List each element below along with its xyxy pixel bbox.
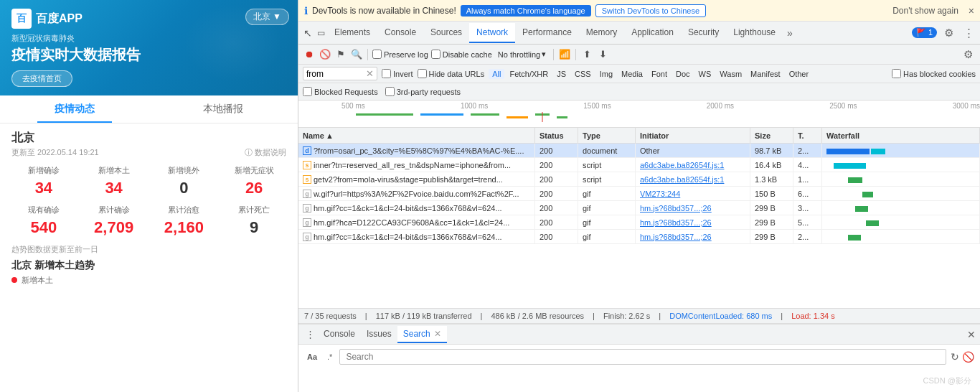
- tab-epidemic-dynamics[interactable]: 疫情动态: [0, 95, 149, 123]
- type-btn-css[interactable]: CSS: [571, 69, 595, 79]
- table-row[interactable]: g w.gif?url=https%3A%2F%2Fvoice.baidu.co…: [298, 187, 980, 201]
- notification-close-button[interactable]: ×: [969, 5, 974, 17]
- initiator-link[interactable]: a6dc3abe.ba82654f.js:1: [640, 175, 724, 184]
- preserve-log-label[interactable]: Preserve log: [372, 50, 428, 59]
- col-time[interactable]: T.: [793, 128, 822, 143]
- type-btn-media[interactable]: Media: [618, 69, 646, 79]
- blocked-requests-checkbox[interactable]: [303, 87, 312, 96]
- settings-icon[interactable]: ⚙: [941, 25, 956, 41]
- hide-data-urls-checkbox[interactable]: [418, 69, 427, 78]
- stop-button[interactable]: 🚫: [319, 48, 331, 61]
- search-button[interactable]: 🔍: [350, 48, 363, 61]
- tab-elements[interactable]: Elements: [327, 23, 377, 43]
- tab-performance[interactable]: Performance: [515, 23, 579, 43]
- table-row[interactable]: s getv2?from=mola-virus&stage=publish&ta…: [298, 172, 980, 187]
- waterfall-bar: [848, 177, 862, 183]
- more-options-icon[interactable]: ⋮: [961, 25, 977, 41]
- tab-sources[interactable]: Sources: [423, 23, 469, 43]
- type-btn-other[interactable]: Other: [786, 69, 813, 79]
- content-area: 北京 更新至 2022.05.14 19:21 ⓘ 数据说明 新增确诊 34 新…: [0, 123, 298, 392]
- third-party-label[interactable]: 3rd-party requests: [385, 87, 461, 96]
- more-tabs-button[interactable]: »: [783, 27, 797, 39]
- tab-security[interactable]: Security: [681, 23, 726, 43]
- type-btn-ws[interactable]: WS: [695, 69, 715, 79]
- data-explain[interactable]: ⓘ 数据说明: [245, 147, 286, 158]
- record-button[interactable]: ⏺: [303, 48, 316, 61]
- tab-network[interactable]: Network: [469, 23, 515, 43]
- table-row[interactable]: g hm.gif?cc=1&ck=1&cl=24-bit&ds=1366x768…: [298, 230, 980, 244]
- tab-issues-bottom[interactable]: Issues: [361, 326, 397, 343]
- cursor-icon[interactable]: ↖: [301, 27, 314, 39]
- initiator-link[interactable]: hm.js?68bd357...;26: [640, 218, 712, 227]
- dont-show-button[interactable]: Don't show again: [892, 6, 958, 16]
- third-party-checkbox[interactable]: [385, 87, 395, 96]
- col-initiator[interactable]: Initiator: [636, 128, 750, 143]
- col-size[interactable]: Size: [750, 128, 793, 143]
- tab-memory[interactable]: Memory: [579, 23, 624, 43]
- match-language-button[interactable]: Always match Chrome's language: [461, 5, 591, 17]
- invert-label[interactable]: Invert: [382, 69, 413, 78]
- info-icon: ℹ: [304, 5, 308, 17]
- type-btn-js[interactable]: JS: [553, 69, 570, 79]
- preserve-log-checkbox[interactable]: [372, 50, 382, 59]
- upload-icon[interactable]: ⬆: [580, 48, 593, 61]
- type-btn-doc[interactable]: Doc: [672, 69, 694, 79]
- refresh-search-button[interactable]: ↻: [951, 351, 959, 363]
- type-btn-wasm[interactable]: Wasm: [716, 69, 745, 79]
- clear-button[interactable]: ⚑: [334, 48, 347, 61]
- invert-checkbox[interactable]: [382, 69, 391, 78]
- has-blocked-checkbox[interactable]: [892, 69, 901, 78]
- row-time: 2...: [793, 230, 822, 243]
- tab-local-broadcast[interactable]: 本地播报: [149, 95, 298, 123]
- search-input[interactable]: [339, 349, 946, 365]
- switch-devtools-button[interactable]: Switch DevTools to Chinese: [595, 4, 706, 17]
- tab-search-bottom[interactable]: Search ✕: [397, 326, 447, 343]
- type-btn-all[interactable]: All: [489, 69, 504, 79]
- bottom-more-icon[interactable]: ⋮: [303, 327, 318, 341]
- blocked-requests-label[interactable]: Blocked Requests: [303, 87, 378, 96]
- legend-label-local: 新增本土: [22, 276, 53, 284]
- close-all-bottom-button[interactable]: ✕: [967, 329, 976, 340]
- initiator-link[interactable]: hm.js?68bd357...;26: [640, 204, 712, 213]
- col-waterfall[interactable]: Waterfall: [822, 128, 980, 143]
- tab-console-bottom[interactable]: Console: [318, 326, 361, 343]
- settings-gear-icon[interactable]: ⚙: [961, 47, 976, 62]
- initiator-link[interactable]: hm.js?68bd357...;26: [640, 233, 712, 241]
- waterfall-bar-2: [871, 149, 885, 154]
- separator: |: [481, 312, 483, 320]
- device-icon[interactable]: ▭: [314, 27, 327, 39]
- has-blocked-label[interactable]: Has blocked cookies: [892, 69, 976, 78]
- table-row[interactable]: g hm.gif?hca=D122CCA93CF9608A&cc=1&ck=1&…: [298, 215, 980, 230]
- row-type: gif: [578, 230, 636, 243]
- go-epidemic-button[interactable]: 去疫情首页: [11, 70, 72, 87]
- search-tab-close[interactable]: ✕: [434, 329, 441, 339]
- col-status[interactable]: Status: [535, 128, 578, 143]
- download-icon[interactable]: ⬇: [596, 48, 609, 61]
- type-btn-img[interactable]: Img: [596, 69, 616, 79]
- throttle-dropdown[interactable]: No throttling ▾: [495, 48, 549, 60]
- disable-cache-checkbox[interactable]: [431, 50, 440, 59]
- table-row[interactable]: d ?from=osari_pc_3&city=%E5%8C%97%E4%BA%…: [298, 144, 980, 158]
- hide-data-urls-label[interactable]: Hide data URLs: [418, 69, 485, 78]
- col-name[interactable]: Name ▲: [298, 128, 535, 143]
- type-btn-font[interactable]: Font: [648, 69, 671, 79]
- filter-clear-button[interactable]: ✕: [366, 68, 374, 79]
- col-type[interactable]: Type: [578, 128, 636, 143]
- table-row[interactable]: s inner?tn=reserved_all_res_tn&dspName=i…: [298, 158, 980, 172]
- stat-new-imported-label: 新增境外: [152, 165, 217, 176]
- tab-lighthouse[interactable]: Lighthouse: [726, 23, 783, 43]
- table-row[interactable]: g hm.gif?cc=1&ck=1&cl=24-bit&ds=1366x768…: [298, 201, 980, 215]
- initiator-link[interactable]: a6dc3abe.ba82654f.js:1: [640, 161, 724, 169]
- tab-application[interactable]: Application: [624, 23, 681, 43]
- city-button[interactable]: 北京 ▼: [245, 9, 289, 25]
- issues-badge[interactable]: 🚩 1: [912, 27, 937, 38]
- case-sensitive-button[interactable]: Aa: [304, 351, 320, 363]
- disable-cache-label[interactable]: Disable cache: [431, 50, 492, 59]
- type-btn-manifest[interactable]: Manifest: [747, 69, 784, 79]
- initiator-link[interactable]: VM273:244: [640, 190, 680, 198]
- type-btn-fetch-xhr[interactable]: Fetch/XHR: [506, 69, 552, 79]
- tab-console[interactable]: Console: [377, 23, 423, 43]
- clear-search-button[interactable]: 🚫: [962, 351, 974, 363]
- regex-button[interactable]: .*: [324, 351, 335, 363]
- filter-input[interactable]: [306, 69, 364, 79]
